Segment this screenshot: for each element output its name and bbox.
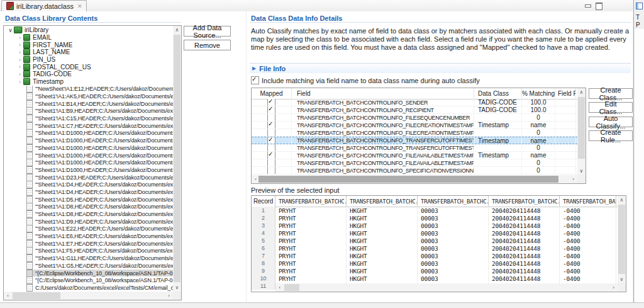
tree-item-dataclass[interactable]: ›TADIG-CODE	[4, 71, 173, 78]
panel-sash[interactable]	[246, 11, 247, 302]
create-rule-button[interactable]: Create Rule...	[589, 130, 633, 141]
column-header-record[interactable]: Record	[252, 196, 275, 207]
column-header-mapped[interactable]: Mapped	[252, 88, 292, 99]
column-header-field-rule[interactable]: Field R	[555, 88, 576, 99]
preview-vertical-scrollbar[interactable]: ∧ ∨	[618, 196, 626, 283]
chevron-right-icon[interactable]: ›	[16, 57, 23, 63]
preview-horizontal-scrollbar[interactable]: ‹ ›	[275, 283, 618, 292]
chevron-right-icon[interactable]: ›	[16, 79, 23, 85]
scroll-thumb[interactable]	[174, 35, 180, 282]
chevron-right-icon[interactable]: ›	[16, 35, 23, 41]
scroll-right-icon[interactable]: ›	[569, 175, 577, 183]
column-header-3[interactable]: TRANSFERBATCH_BATCHC...	[418, 196, 489, 207]
mapped-checkbox[interactable]	[267, 159, 275, 166]
tree-item-dataclass[interactable]: ›Timestamp	[4, 78, 173, 86]
preview-row[interactable]: 1PRYHTHKGHT0000320040204114448-0400	[252, 207, 618, 214]
mapped-checkbox[interactable]	[267, 106, 275, 113]
file-info-section-header[interactable]: ▶ File Info	[250, 63, 631, 73]
tree-item-datasource[interactable]: "{C:/Eclipse/Workbench_10_08/workspace/A…	[4, 270, 173, 277]
chevron-right-icon[interactable]: ›	[16, 42, 23, 48]
add-data-source-button[interactable]: Add Data Source...	[184, 26, 231, 37]
tree-item-datasource[interactable]: "'Sheet1'!A1:G11,HEADER;C:/Users/dakoz/D…	[4, 254, 173, 262]
mapped-checkbox[interactable]	[267, 114, 275, 121]
scroll-up-icon[interactable]: ∧	[577, 88, 586, 96]
column-header-field[interactable]: Field	[292, 88, 474, 99]
tree-item-datasource[interactable]: "{C:/Eclipse/Workbench_10_08/workspace/A…	[4, 277, 173, 284]
table-row[interactable]: TRANSFERBATCH_BATCHCONTROLINFO_RECIPIENT…	[252, 106, 577, 114]
mapped-checkbox[interactable]	[267, 129, 275, 136]
column-header-matching[interactable]: % Matching	[522, 88, 555, 99]
mapping-horizontal-scrollbar[interactable]: ‹ ›	[252, 175, 577, 183]
table-row[interactable]: TRANSFERBATCH_BATCHCONTROLINFO_FILEAVAIL…	[252, 159, 577, 167]
tree-item-datasource[interactable]: "'Sheet1'!A1:D1000,HEADER;C:/Users/dakoz…	[4, 152, 173, 159]
tab-irilibrary-dataclass[interactable]: iriLibrary.dataclass ✕	[1, 0, 87, 11]
scroll-left-icon[interactable]: ‹	[4, 292, 12, 300]
scroll-up-icon[interactable]: ∧	[618, 196, 626, 204]
table-row[interactable]: TRANSFERBATCH_BATCHCONTROLINFO_SENDERTAD…	[252, 99, 577, 106]
preview-row[interactable]: 5PRYHTHKGHT0000320040204114448-0400	[252, 237, 618, 244]
scroll-down-icon[interactable]: ∨	[173, 283, 181, 292]
column-header-5[interactable]: TRANSFERBATCH_BATCH	[560, 196, 616, 207]
scroll-thumb[interactable]	[618, 205, 625, 274]
scroll-down-icon[interactable]: ∨	[577, 167, 586, 175]
tree-item-datasource[interactable]: "'Sheet1'!A1:D4,HEADER;C:/Users/dakoz/Do…	[4, 181, 173, 188]
table-row[interactable]: TRANSFERBATCH_BATCHCONTROLINFO_FILEAVAIL…	[252, 152, 577, 159]
tree-item-dataclass[interactable]: ›LAST_NAME	[4, 48, 173, 56]
tree-item-datasource[interactable]: "'Sheet1'!A1:B14,HEADER;C:/Users/dakoz/D…	[4, 100, 173, 108]
close-icon[interactable]: ✕	[77, 3, 82, 9]
column-header-data-class[interactable]: Data Class	[474, 88, 522, 99]
tree-item-datasource[interactable]: "'Sheet1'!A1:E22,HEADER;C:/Users/dakoz/D…	[4, 225, 173, 233]
scroll-up-icon[interactable]: ∧	[173, 26, 181, 34]
tree-item-datasource[interactable]: "'Sheet1'!A1:D1000,HEADER;C:/Users/dakoz…	[4, 130, 173, 137]
tree-item-datasource[interactable]: "'Sheet1'!A1:D8,HEADER;C:/Users/dakoz/Do…	[4, 210, 173, 218]
tree-item-datasource[interactable]: "'Sheet1'!A1:B9,HEADER;C:/Users/dakoz/Do…	[4, 108, 173, 115]
edit-class-button[interactable]: Edit Class...	[589, 102, 633, 113]
mapped-checkbox[interactable]	[267, 144, 275, 151]
scroll-right-icon[interactable]: ›	[609, 283, 618, 292]
scroll-thumb[interactable]	[258, 176, 558, 183]
preview-row[interactable]: 4PRYHTHKGHT0000320040204114448-0400	[252, 229, 618, 237]
preview-row[interactable]: 2PRYHTHKGHT0000320040204114448-0400	[252, 214, 618, 222]
tree-item-datasource[interactable]: "'Sheet1'!A1:G5,HEADER;C:/Users/dakoz/Do…	[4, 262, 173, 270]
scroll-thumb[interactable]	[578, 97, 585, 159]
tree-item-datasource[interactable]: "'Sheet1'!A1:D9,HEADER;C:/Users/dakoz/Do…	[4, 218, 173, 225]
scroll-right-icon[interactable]: ›	[165, 292, 173, 300]
scroll-thumb[interactable]	[284, 284, 299, 291]
table-row[interactable]: TRANSFERBATCH_BATCHCONTROLINFO_TRANSFERC…	[252, 144, 577, 152]
tree-horizontal-scrollbar[interactable]: ‹ ›	[4, 292, 173, 300]
tree-item-datasource[interactable]: C:/Users/dakoz/Documents/excel/excelTest…	[4, 284, 173, 292]
scroll-left-icon[interactable]: ‹	[275, 283, 284, 292]
preview-row[interactable]: 7PRYHTHKGHT0000320040204114448-0400	[252, 252, 618, 260]
column-header-2[interactable]: TRANSFERBATCH_BATCHC...	[347, 196, 418, 207]
mapped-checkbox[interactable]	[267, 99, 275, 106]
tree-item-datasource[interactable]: "'Sheet1'!A1:E7,HEADER;C:/Users/dakoz/Do…	[4, 240, 173, 248]
mapped-checkbox[interactable]	[267, 167, 275, 174]
preview-row[interactable]: 9PRYHTHKGHT0000320040204114448-0400	[252, 267, 618, 275]
auto-classify-button[interactable]: Auto Classify...	[589, 117, 633, 127]
tree-item-datasource[interactable]: "'Sheet1'!A1:AK5,HEADER;C:/Users/dakoz/D…	[4, 93, 173, 100]
mapped-checkbox[interactable]	[267, 152, 275, 159]
section-twistie-icon[interactable]: ▶	[252, 66, 256, 71]
table-row[interactable]: TRANSFERBATCH_BATCHCONTROLINFO_FILESEQUE…	[252, 114, 577, 122]
table-row[interactable]: TRANSFERBATCH_BATCHCONTROLINFO_FILECREAT…	[252, 129, 577, 137]
table-row[interactable]: TRANSFERBATCH_BATCHCONTROLINFO_SPECIFICA…	[252, 167, 577, 174]
tree-item-library[interactable]: ∨iriLibrary	[4, 26, 173, 34]
mapped-checkbox[interactable]	[267, 122, 275, 128]
maximize-icon[interactable]	[596, 3, 602, 10]
tree-item-datasource[interactable]: "'Sheet1'!A1:E6,HEADER;C:/Users/dakoz/Do…	[4, 232, 173, 240]
tree-item-datasource[interactable]: "'Sheet1'!A1:D23,HEADER;C:/Users/dakoz/D…	[4, 174, 173, 181]
tree-item-dataclass[interactable]: ›PIN_US	[4, 56, 173, 64]
create-class-button[interactable]: Create Class...	[589, 88, 633, 99]
tree-item-datasource[interactable]: "'Sheet1'!A1:D1000,HEADER;C:/Users/dakoz…	[4, 159, 173, 166]
tree-item-datasource[interactable]: "'Sheet1'!A1:D1000,HEADER;C:/Users/dakoz…	[4, 166, 173, 174]
tree-item-dataclass[interactable]: ›FIRST_NAME	[4, 41, 173, 48]
preview-row[interactable]: 10PRYHTHKGHT0000320040204114448-0400	[252, 275, 618, 282]
column-header-4[interactable]: TRANSFERBATCH_BATCHC...	[489, 196, 560, 207]
tree-item-datasource[interactable]: "'Sheet1'!A1:C7,HEADER;C:/Users/dakoz/Do…	[4, 122, 173, 130]
tree-item-datasource[interactable]: "'Sheet1'!A1:D1000,HEADER;C:/Users/dakoz…	[4, 144, 173, 152]
preview-row[interactable]: 3PRYHTHKGHT0000320040204114448-0400	[252, 222, 618, 229]
tree-vertical-scrollbar[interactable]: ∧ ∨	[173, 26, 181, 292]
column-header-1[interactable]: TRANSFERBATCH_BATCHC...	[275, 196, 347, 207]
include-matching-checkbox[interactable]	[251, 76, 259, 84]
table-row[interactable]: TRANSFERBATCH_BATCHCONTROLINFO_FILECREAT…	[252, 122, 577, 129]
